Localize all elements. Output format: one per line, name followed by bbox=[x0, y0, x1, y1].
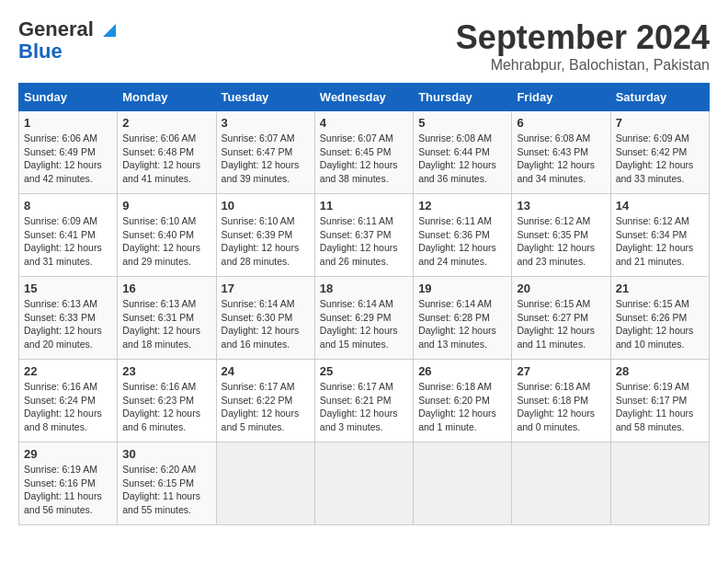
title-block: September 2024 Mehrabpur, Balochistan, P… bbox=[456, 18, 710, 74]
calendar-subtitle: Mehrabpur, Balochistan, Pakistan bbox=[456, 57, 710, 74]
calendar-week-row: 29 Sunrise: 6:19 AM Sunset: 6:16 PM Dayl… bbox=[19, 442, 710, 525]
day-number: 19 bbox=[418, 282, 506, 295]
day-info: Sunrise: 6:09 AM Sunset: 6:41 PM Dayligh… bbox=[24, 214, 112, 269]
day-info: Sunrise: 6:09 AM Sunset: 6:42 PM Dayligh… bbox=[616, 132, 704, 186]
calendar-title: September 2024 bbox=[456, 18, 710, 57]
day-number: 12 bbox=[418, 199, 506, 213]
day-info: Sunrise: 6:20 AM Sunset: 6:15 PM Dayligh… bbox=[122, 463, 210, 517]
calendar-header-row: Sunday Monday Tuesday Wednesday Thursday… bbox=[19, 84, 710, 111]
calendar-day-cell: 1 Sunrise: 6:06 AM Sunset: 6:49 PM Dayli… bbox=[19, 111, 118, 194]
day-number: 3 bbox=[222, 116, 310, 130]
day-info: Sunrise: 6:19 AM Sunset: 6:16 PM Dayligh… bbox=[24, 463, 112, 517]
day-number: 13 bbox=[517, 199, 605, 213]
day-info: Sunrise: 6:13 AM Sunset: 6:33 PM Dayligh… bbox=[24, 297, 112, 351]
col-sunday: Sunday bbox=[19, 84, 118, 111]
calendar-day-cell: 18 Sunrise: 6:14 AM Sunset: 6:29 PM Dayl… bbox=[314, 277, 413, 360]
day-number: 16 bbox=[122, 282, 210, 295]
col-tuesday: Tuesday bbox=[216, 84, 314, 111]
day-number: 1 bbox=[24, 116, 112, 130]
calendar-day-cell: 5 Sunrise: 6:08 AM Sunset: 6:44 PM Dayli… bbox=[414, 111, 512, 194]
calendar-day-cell: 19 Sunrise: 6:14 AM Sunset: 6:28 PM Dayl… bbox=[414, 277, 512, 360]
day-info: Sunrise: 6:15 AM Sunset: 6:27 PM Dayligh… bbox=[517, 297, 605, 351]
calendar-day-cell: 17 Sunrise: 6:14 AM Sunset: 6:30 PM Dayl… bbox=[216, 277, 314, 360]
day-number: 8 bbox=[24, 199, 112, 213]
calendar-day-cell: 29 Sunrise: 6:19 AM Sunset: 6:16 PM Dayl… bbox=[19, 442, 118, 525]
day-number: 4 bbox=[320, 116, 408, 130]
day-number: 7 bbox=[616, 116, 704, 130]
calendar-day-cell bbox=[414, 442, 512, 525]
col-thursday: Thursday bbox=[414, 84, 512, 111]
day-number: 9 bbox=[122, 199, 210, 213]
calendar-day-cell: 21 Sunrise: 6:15 AM Sunset: 6:26 PM Dayl… bbox=[610, 277, 709, 360]
day-number: 27 bbox=[517, 364, 605, 378]
day-info: Sunrise: 6:10 AM Sunset: 6:40 PM Dayligh… bbox=[122, 214, 210, 269]
calendar-day-cell: 7 Sunrise: 6:09 AM Sunset: 6:42 PM Dayli… bbox=[610, 111, 709, 194]
col-monday: Monday bbox=[118, 84, 216, 111]
col-friday: Friday bbox=[512, 84, 610, 111]
day-info: Sunrise: 6:18 AM Sunset: 6:18 PM Dayligh… bbox=[517, 380, 605, 434]
day-number: 5 bbox=[418, 116, 506, 130]
logo: General Blue bbox=[18, 18, 119, 63]
logo-text: General bbox=[18, 18, 119, 40]
day-number: 30 bbox=[122, 447, 210, 461]
day-info: Sunrise: 6:15 AM Sunset: 6:26 PM Dayligh… bbox=[616, 297, 704, 351]
page-header: General Blue September 2024 Mehrabpur, B… bbox=[18, 18, 710, 74]
calendar-day-cell: 23 Sunrise: 6:16 AM Sunset: 6:23 PM Dayl… bbox=[118, 360, 216, 442]
day-info: Sunrise: 6:11 AM Sunset: 6:37 PM Dayligh… bbox=[320, 214, 408, 269]
calendar-day-cell: 26 Sunrise: 6:18 AM Sunset: 6:20 PM Dayl… bbox=[414, 360, 512, 442]
day-number: 14 bbox=[616, 199, 704, 213]
calendar-day-cell: 20 Sunrise: 6:15 AM Sunset: 6:27 PM Dayl… bbox=[512, 277, 610, 360]
day-number: 28 bbox=[616, 364, 704, 378]
calendar-day-cell: 16 Sunrise: 6:13 AM Sunset: 6:31 PM Dayl… bbox=[118, 277, 216, 360]
day-number: 20 bbox=[517, 282, 605, 295]
day-info: Sunrise: 6:16 AM Sunset: 6:23 PM Dayligh… bbox=[122, 380, 210, 434]
calendar-day-cell: 24 Sunrise: 6:17 AM Sunset: 6:22 PM Dayl… bbox=[216, 360, 314, 442]
day-info: Sunrise: 6:17 AM Sunset: 6:22 PM Dayligh… bbox=[222, 380, 310, 434]
day-info: Sunrise: 6:12 AM Sunset: 6:34 PM Dayligh… bbox=[616, 214, 704, 269]
day-number: 23 bbox=[122, 364, 210, 378]
day-info: Sunrise: 6:06 AM Sunset: 6:49 PM Dayligh… bbox=[24, 132, 112, 186]
calendar-table: Sunday Monday Tuesday Wednesday Thursday… bbox=[18, 83, 710, 525]
day-info: Sunrise: 6:17 AM Sunset: 6:21 PM Dayligh… bbox=[320, 380, 408, 434]
calendar-day-cell: 4 Sunrise: 6:07 AM Sunset: 6:45 PM Dayli… bbox=[314, 111, 413, 194]
day-info: Sunrise: 6:16 AM Sunset: 6:24 PM Dayligh… bbox=[24, 380, 112, 434]
calendar-day-cell: 13 Sunrise: 6:12 AM Sunset: 6:35 PM Dayl… bbox=[512, 194, 610, 277]
day-number: 25 bbox=[320, 364, 408, 378]
col-saturday: Saturday bbox=[610, 84, 709, 111]
day-info: Sunrise: 6:10 AM Sunset: 6:39 PM Dayligh… bbox=[222, 214, 310, 269]
calendar-day-cell: 11 Sunrise: 6:11 AM Sunset: 6:37 PM Dayl… bbox=[314, 194, 413, 277]
calendar-day-cell bbox=[610, 442, 709, 525]
day-number: 11 bbox=[320, 199, 408, 213]
calendar-day-cell bbox=[216, 442, 314, 525]
day-info: Sunrise: 6:11 AM Sunset: 6:36 PM Dayligh… bbox=[418, 214, 506, 269]
day-info: Sunrise: 6:12 AM Sunset: 6:35 PM Dayligh… bbox=[517, 214, 605, 269]
day-info: Sunrise: 6:13 AM Sunset: 6:31 PM Dayligh… bbox=[122, 297, 210, 351]
day-number: 26 bbox=[418, 364, 506, 378]
calendar-day-cell: 6 Sunrise: 6:08 AM Sunset: 6:43 PM Dayli… bbox=[512, 111, 610, 194]
day-info: Sunrise: 6:08 AM Sunset: 6:43 PM Dayligh… bbox=[517, 132, 605, 186]
calendar-day-cell: 30 Sunrise: 6:20 AM Sunset: 6:15 PM Dayl… bbox=[118, 442, 216, 525]
calendar-day-cell: 27 Sunrise: 6:18 AM Sunset: 6:18 PM Dayl… bbox=[512, 360, 610, 442]
day-number: 22 bbox=[24, 364, 112, 378]
col-wednesday: Wednesday bbox=[314, 84, 413, 111]
day-number: 21 bbox=[616, 282, 704, 295]
day-number: 10 bbox=[222, 199, 310, 213]
day-info: Sunrise: 6:06 AM Sunset: 6:48 PM Dayligh… bbox=[122, 132, 210, 186]
calendar-day-cell: 2 Sunrise: 6:06 AM Sunset: 6:48 PM Dayli… bbox=[118, 111, 216, 194]
calendar-week-row: 1 Sunrise: 6:06 AM Sunset: 6:49 PM Dayli… bbox=[19, 111, 710, 194]
day-info: Sunrise: 6:14 AM Sunset: 6:28 PM Dayligh… bbox=[418, 297, 506, 351]
calendar-day-cell bbox=[314, 442, 413, 525]
day-info: Sunrise: 6:08 AM Sunset: 6:44 PM Dayligh… bbox=[418, 132, 506, 186]
calendar-week-row: 15 Sunrise: 6:13 AM Sunset: 6:33 PM Dayl… bbox=[19, 277, 710, 360]
day-number: 24 bbox=[222, 364, 310, 378]
calendar-day-cell: 3 Sunrise: 6:07 AM Sunset: 6:47 PM Dayli… bbox=[216, 111, 314, 194]
calendar-day-cell bbox=[512, 442, 610, 525]
day-info: Sunrise: 6:18 AM Sunset: 6:20 PM Dayligh… bbox=[418, 380, 506, 434]
day-info: Sunrise: 6:07 AM Sunset: 6:47 PM Dayligh… bbox=[222, 132, 310, 186]
calendar-day-cell: 10 Sunrise: 6:10 AM Sunset: 6:39 PM Dayl… bbox=[216, 194, 314, 277]
calendar-day-cell: 14 Sunrise: 6:12 AM Sunset: 6:34 PM Dayl… bbox=[610, 194, 709, 277]
calendar-day-cell: 25 Sunrise: 6:17 AM Sunset: 6:21 PM Dayl… bbox=[314, 360, 413, 442]
calendar-week-row: 22 Sunrise: 6:16 AM Sunset: 6:24 PM Dayl… bbox=[19, 360, 710, 442]
calendar-week-row: 8 Sunrise: 6:09 AM Sunset: 6:41 PM Dayli… bbox=[19, 194, 710, 277]
calendar-day-cell: 8 Sunrise: 6:09 AM Sunset: 6:41 PM Dayli… bbox=[19, 194, 118, 277]
